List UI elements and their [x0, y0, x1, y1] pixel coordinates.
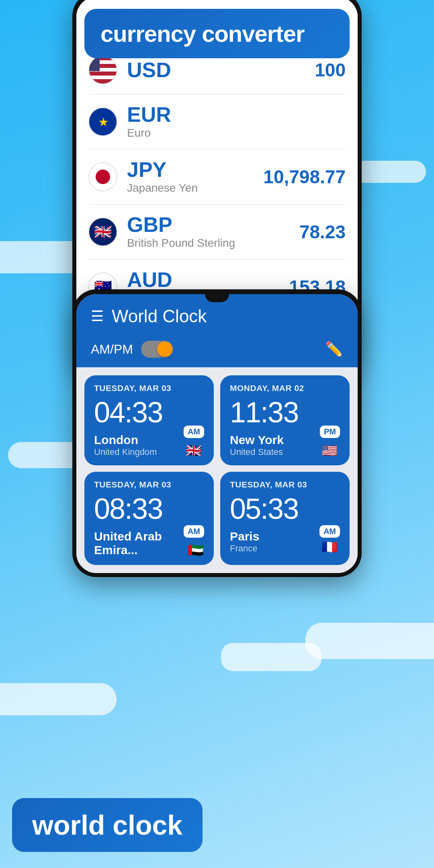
- clock-card-city: New York: [230, 433, 284, 447]
- clock-card-date: TUESDAY, MAR 03: [94, 480, 204, 489]
- clock-card-time: 08:33: [94, 494, 204, 523]
- clock-card-date: MONDAY, MAR 02: [230, 383, 340, 393]
- flag-us-clock: 🇺🇸: [319, 444, 340, 457]
- edit-icon[interactable]: ✏️: [325, 341, 343, 358]
- clock-card-city: United Arab Emira...: [94, 530, 187, 557]
- ampm-badge: AM: [319, 525, 340, 538]
- currency-name: Euro: [127, 127, 346, 139]
- hamburger-icon[interactable]: ☰: [91, 308, 104, 325]
- clock-card-newyork[interactable]: MONDAY, MAR 02 11:33 PM New York United …: [220, 375, 350, 465]
- clock-card-time: 04:33: [94, 398, 204, 427]
- clock-card-paris[interactable]: TUESDAY, MAR 03 05:33 AM Paris France 🇫🇷: [220, 472, 350, 565]
- currency-banner-text: currency converter: [100, 20, 334, 47]
- clock-card-date: TUESDAY, MAR 03: [230, 480, 340, 489]
- currency-value: 100: [315, 59, 346, 81]
- ampm-badge: PM: [320, 426, 340, 438]
- clock-card-time: 05:33: [230, 494, 340, 523]
- world-clock-banner-text: world clock: [32, 809, 182, 841]
- clock-title: World Clock: [112, 306, 343, 326]
- world-clock-phone: ☰ World Clock AM/PM ✏️ TUESDAY, MAR 03 0…: [72, 289, 362, 577]
- currency-name: British Pound Sterling: [127, 237, 299, 250]
- clock-card-country: United Kingdom: [94, 447, 157, 457]
- currency-value: 10,798.77: [263, 166, 346, 188]
- clock-card-country: France: [230, 543, 259, 554]
- clock-card-uae[interactable]: TUESDAY, MAR 03 08:33 AM United Arab Emi…: [84, 472, 214, 565]
- clock-card-city: Paris: [230, 530, 259, 543]
- clock-subheader: AM/PM ✏️: [76, 334, 358, 367]
- clock-card-city: London: [94, 433, 157, 447]
- clock-card-country: United States: [230, 447, 284, 457]
- clock-card-london[interactable]: TUESDAY, MAR 03 04:33 AM London United K…: [84, 375, 214, 465]
- currency-name: Japanese Yen: [127, 182, 263, 194]
- flag-france-clock: 🇫🇷: [319, 540, 340, 554]
- list-item: EUR Euro: [88, 94, 346, 149]
- ampm-badge: AM: [184, 525, 204, 538]
- currency-value: 78.23: [299, 221, 346, 243]
- flag-usd: [88, 55, 117, 84]
- list-item: JPY Japanese Yen 10,798.77: [88, 149, 346, 205]
- clock-card-date: TUESDAY, MAR 03: [94, 383, 204, 393]
- toggle-thumb: [157, 342, 172, 357]
- flag-eur: [88, 107, 117, 136]
- currency-banner: currency converter: [84, 9, 350, 58]
- world-clock-banner: world clock: [12, 798, 203, 852]
- flag-gbp: 🇬🇧: [88, 217, 117, 246]
- currency-code: JPY: [127, 159, 263, 180]
- clock-grid: TUESDAY, MAR 03 04:33 AM London United K…: [76, 367, 358, 573]
- clock-card-time: 11:33: [230, 398, 340, 427]
- ampm-toggle[interactable]: [141, 341, 173, 358]
- ampm-label: AM/PM: [91, 342, 133, 357]
- currency-code: USD: [127, 59, 315, 80]
- flag-jpy: [88, 162, 117, 191]
- flag-uk-clock: 🇬🇧: [183, 444, 204, 457]
- currency-code: GBP: [127, 214, 299, 235]
- list-item: 🇬🇧 GBP British Pound Sterling 78.23: [88, 205, 346, 260]
- ampm-badge: AM: [184, 426, 204, 438]
- flag-uae-clock: 🇦🇪: [187, 543, 204, 557]
- currency-code: EUR: [127, 104, 346, 125]
- currency-code: AUD: [127, 269, 289, 290]
